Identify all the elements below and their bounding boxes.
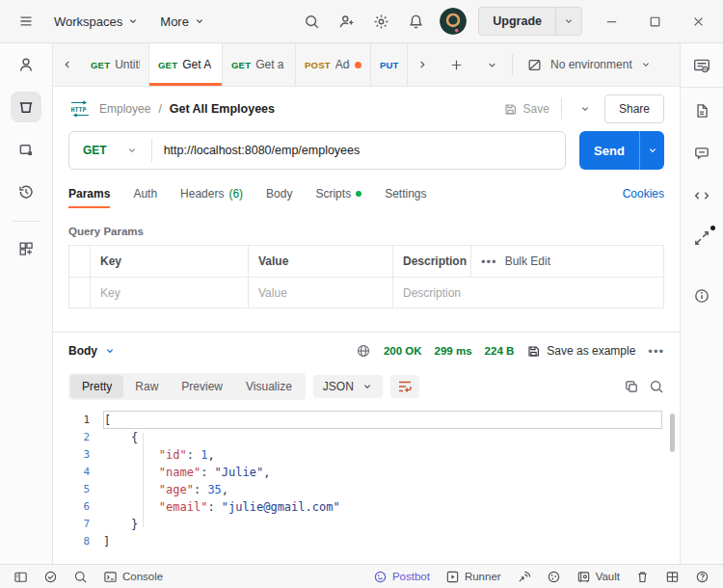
notifications-button[interactable] xyxy=(401,7,430,36)
code-line[interactable]: 8] xyxy=(65,533,676,550)
sidebar-item-collections[interactable] xyxy=(11,92,41,122)
info-button[interactable] xyxy=(686,281,717,311)
request-tab[interactable]: PUT xyxy=(371,43,408,86)
cookies-button[interactable] xyxy=(541,565,567,588)
url-input[interactable] xyxy=(152,144,565,157)
save-button[interactable]: Save xyxy=(503,102,549,117)
share-button[interactable]: Share xyxy=(604,94,664,123)
format-selector[interactable]: JSON xyxy=(313,375,383,398)
find-replace-button[interactable] xyxy=(67,565,94,588)
workspaces-menu[interactable]: Workspaces xyxy=(46,7,147,36)
status-bar: Console Postbot Runner Vault xyxy=(0,564,723,588)
code-line[interactable]: 2 { xyxy=(65,429,676,446)
postbot-button[interactable]: Postbot xyxy=(367,565,436,588)
search-response-icon[interactable] xyxy=(649,379,664,394)
line-number: 6 xyxy=(65,498,103,516)
line-number: 3 xyxy=(65,446,103,464)
save-options-button[interactable] xyxy=(574,97,597,120)
response-body-editor[interactable]: 1[2 {3 "id": 1,4 "name": "Julie",5 "age"… xyxy=(65,406,676,564)
close-button[interactable] xyxy=(684,8,711,35)
vault-button[interactable]: Vault xyxy=(571,565,626,588)
comments-button[interactable] xyxy=(686,138,717,169)
user-avatar[interactable] xyxy=(440,8,467,35)
response-time[interactable]: 299 ms xyxy=(435,345,472,357)
view-tab-raw[interactable]: Raw xyxy=(123,375,170,398)
invite-button[interactable] xyxy=(332,7,361,36)
view-tab-visualize[interactable]: Visualize xyxy=(234,375,304,398)
status-badge[interactable]: 200 OK xyxy=(384,345,422,357)
code-snippet-button[interactable] xyxy=(686,180,717,211)
network-info-icon[interactable] xyxy=(356,343,371,359)
breadcrumb-separator: / xyxy=(158,102,161,116)
tab-headers[interactable]: Headers(6) xyxy=(180,175,243,212)
status-ok-button[interactable] xyxy=(38,565,64,588)
sidebar-item-profile[interactable] xyxy=(11,49,41,80)
request-title[interactable]: Get All Employees xyxy=(170,102,275,116)
scrollbar-thumb[interactable] xyxy=(670,414,675,452)
trash-icon xyxy=(635,570,650,584)
tab-body[interactable]: Body xyxy=(266,175,292,212)
new-tab-button[interactable] xyxy=(437,43,475,86)
tab-params[interactable]: Params xyxy=(68,175,110,212)
search-button[interactable] xyxy=(297,7,326,36)
code-line[interactable]: 4 "name": "Julie", xyxy=(65,464,676,481)
response-body-selector[interactable]: Body xyxy=(68,344,116,358)
view-tab-preview[interactable]: Preview xyxy=(170,375,234,398)
description-input[interactable]: Description xyxy=(392,278,663,307)
key-input[interactable]: Key xyxy=(90,278,248,307)
documentation-button[interactable] xyxy=(686,95,717,126)
sidebar-item-environments[interactable] xyxy=(11,134,41,165)
sidebar-item-more-tools[interactable] xyxy=(11,233,41,264)
panel-toggle-icon xyxy=(13,570,28,584)
method-selector[interactable]: GET xyxy=(69,144,151,157)
response-options-button[interactable]: ••• xyxy=(648,345,664,358)
console-label: Console xyxy=(122,571,163,582)
value-input[interactable]: Value xyxy=(248,278,392,307)
scroll-tabs-left-button[interactable] xyxy=(53,43,82,86)
breadcrumb-collection[interactable]: Employee xyxy=(99,102,150,116)
bulk-edit-button[interactable]: ••• Bulk Edit xyxy=(470,246,663,277)
toggle-sidebar-button[interactable] xyxy=(8,565,34,588)
chevron-down-icon[interactable] xyxy=(555,8,581,35)
upgrade-button[interactable]: Upgrade xyxy=(478,7,582,36)
code-line[interactable]: 1[ xyxy=(65,412,676,429)
copy-icon[interactable] xyxy=(624,379,639,394)
help-button[interactable] xyxy=(689,565,715,588)
sidebar-item-history[interactable] xyxy=(11,176,41,207)
runner-button[interactable]: Runner xyxy=(440,565,507,588)
wrap-lines-button[interactable] xyxy=(390,375,419,398)
more-menu[interactable]: More xyxy=(152,7,213,36)
settings-button[interactable] xyxy=(366,7,395,36)
save-as-example-button[interactable]: Save as example xyxy=(526,344,635,359)
maximize-button[interactable] xyxy=(641,8,668,35)
tab-options-button[interactable] xyxy=(475,43,508,86)
send-button[interactable]: Send xyxy=(579,131,664,170)
top-bar: Workspaces More Upgrade xyxy=(0,0,723,43)
tab-settings[interactable]: Settings xyxy=(385,175,426,212)
capture-requests-button[interactable] xyxy=(511,565,537,588)
minimize-button[interactable] xyxy=(598,8,625,35)
view-tab-pretty[interactable]: Pretty xyxy=(70,375,123,398)
request-tab-active[interactable]: GET Get A xyxy=(149,43,223,86)
related-requests-button[interactable] xyxy=(686,223,717,254)
code-line[interactable]: 6 "email": "julie@gmail.com" xyxy=(65,498,676,516)
request-tab[interactable]: GET Untitle xyxy=(82,43,149,86)
response-size[interactable]: 224 B xyxy=(485,345,515,357)
request-tab[interactable]: POST Add xyxy=(296,43,371,86)
code-line[interactable]: 3 "id": 1, xyxy=(65,446,676,464)
code-line[interactable]: 7 } xyxy=(65,516,676,533)
main-menu-button[interactable] xyxy=(12,7,40,36)
chevron-right-icon xyxy=(415,58,429,71)
tab-authorization[interactable]: Auth xyxy=(133,175,157,212)
tab-scripts[interactable]: Scripts xyxy=(315,175,362,212)
two-pane-view-button[interactable] xyxy=(659,565,685,588)
code-line[interactable]: 5 "age": 35, xyxy=(65,481,676,498)
request-tab[interactable]: GET Get a xyxy=(223,43,296,86)
cookies-link[interactable]: Cookies xyxy=(623,187,664,200)
send-options-button[interactable] xyxy=(639,131,664,170)
environment-quick-look-button[interactable] xyxy=(686,50,717,81)
console-button[interactable]: Console xyxy=(97,565,169,588)
environment-selector[interactable]: No environment xyxy=(517,43,661,86)
scroll-tabs-right-button[interactable] xyxy=(408,43,437,86)
trash-button[interactable] xyxy=(629,565,656,588)
